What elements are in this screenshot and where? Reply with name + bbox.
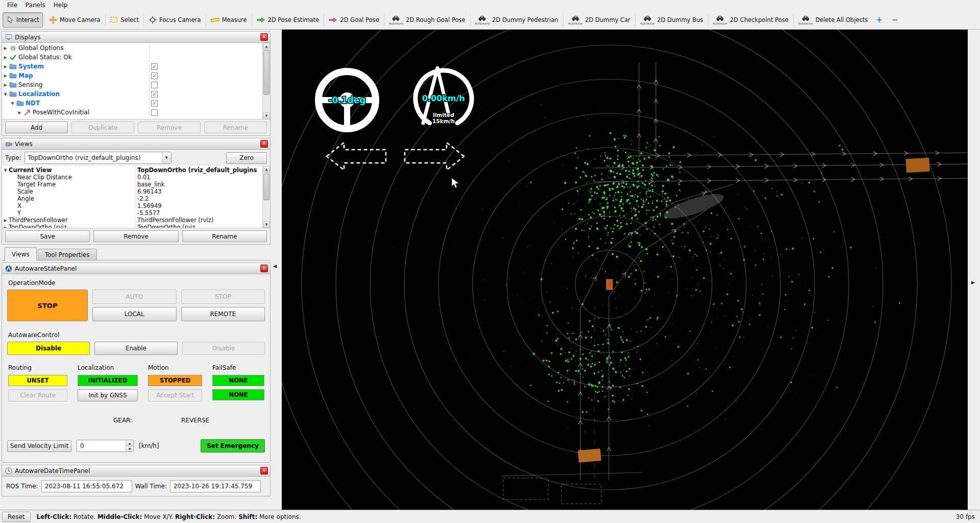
chevron-right-icon[interactable]: ▶ xyxy=(2,55,9,60)
view-type-combobox[interactable]: TopDownOrtho (rviz_default_plugins) ▼ xyxy=(24,152,172,164)
tool-2d-pose-estimate[interactable]: 2D Pose Estimate xyxy=(253,12,323,28)
views-panel-header[interactable]: Views ✕ xyxy=(2,138,270,150)
remove-view-button[interactable]: Remove xyxy=(93,230,178,242)
scrollbar-thumb[interactable] xyxy=(263,50,270,95)
spin-down-icon[interactable]: ▼ xyxy=(126,446,133,452)
tool-move-camera[interactable]: Move Camera xyxy=(45,12,104,28)
velocity-limit-spinbox[interactable]: 0 ▲▼ xyxy=(77,440,134,452)
display-enabled-checkbox[interactable]: ✓ xyxy=(151,63,158,70)
tab-views[interactable]: Views xyxy=(5,247,37,260)
tab-tool-properties[interactable]: Tool Properties xyxy=(38,249,97,260)
chevron-right-icon[interactable]: ▶ xyxy=(16,110,23,115)
right-dock-handle[interactable]: ▶ xyxy=(968,30,980,510)
chevron-right-icon[interactable]: ▶ xyxy=(2,218,9,223)
property-row[interactable]: Y-5.5577 xyxy=(2,209,262,217)
display-tree-row[interactable]: ▶Global Options xyxy=(2,43,262,53)
property-value[interactable]: 0.01 xyxy=(135,174,262,181)
tool-2d-checkpoint-pose[interactable]: Autoware2D Checkpoint Pose xyxy=(709,12,792,28)
ros-time-field[interactable]: 2023-08-11 16:55:05.672 xyxy=(41,480,132,492)
tool-2d-dummy-car[interactable]: Autoware2D Dummy Car xyxy=(565,12,634,28)
display-enabled-checkbox[interactable]: ✓ xyxy=(151,73,158,79)
display-enabled-checkbox[interactable]: ✓ xyxy=(151,100,158,107)
property-row[interactable]: ▶TopDownOrtho (rvizTopDownOrtho (rviz xyxy=(2,224,262,228)
tool-focus-camera[interactable]: Focus Camera xyxy=(145,12,205,28)
close-icon[interactable]: ✕ xyxy=(260,140,268,148)
rename-view-button[interactable]: Rename xyxy=(182,230,267,242)
views-scrollbar[interactable]: ▲ ▼ xyxy=(262,166,270,228)
displays-scrollbar[interactable]: ▲ ▼ xyxy=(262,43,270,119)
property-row[interactable]: X1.56949 xyxy=(2,202,262,209)
close-icon[interactable]: ✕ xyxy=(260,265,268,272)
control-enable-button[interactable]: Enable xyxy=(94,342,177,355)
save-view-button[interactable]: Save xyxy=(5,230,90,242)
display-tree-row[interactable]: ▶PoseWithCovInitial xyxy=(2,108,262,117)
tool-interact[interactable]: Interact xyxy=(3,12,43,28)
render-scene[interactable]: -0.1deg0.00km/hlimited15km/h xyxy=(282,30,968,510)
scroll-down-icon[interactable]: ▼ xyxy=(263,221,270,228)
display-enabled-checkbox[interactable] xyxy=(151,109,158,116)
menu-help[interactable]: Help xyxy=(50,1,71,9)
chevron-down-icon[interactable]: ▼ xyxy=(2,168,9,173)
spin-up-icon[interactable]: ▲ xyxy=(126,440,133,446)
send-velocity-limit-button[interactable]: Send Velocity Limit xyxy=(7,440,71,452)
display-tree-row[interactable]: ▶System✓ xyxy=(2,62,262,71)
add-display-button[interactable]: Add xyxy=(5,122,68,133)
display-enabled-checkbox[interactable] xyxy=(151,82,158,88)
property-row[interactable]: ▼Current ViewTopDownOrtho (rviz_default_… xyxy=(2,167,262,174)
close-icon[interactable]: ✕ xyxy=(260,467,268,474)
chevron-right-icon[interactable]: ▶ xyxy=(2,225,9,228)
chevron-right-icon[interactable]: ▶ xyxy=(2,46,9,51)
wall-time-field[interactable]: 2023-10-26 19:17:45.759 xyxy=(170,480,261,492)
display-tree-row[interactable]: ▼Localization✓ xyxy=(2,89,262,99)
tool-2d-dummy-pedestrian[interactable]: Autoware2D Dummy Pedestrian xyxy=(472,12,562,28)
scrollbar-thumb[interactable] xyxy=(263,174,270,200)
scroll-down-icon[interactable]: ▼ xyxy=(263,112,270,119)
close-icon[interactable]: ✕ xyxy=(260,33,268,41)
tool-2d-goal-pose[interactable]: 2D Goal Pose xyxy=(325,12,382,28)
display-tree-row[interactable]: ▼NDT✓ xyxy=(2,99,262,108)
property-value[interactable]: 6.96143 xyxy=(135,188,262,195)
chevron-down-icon[interactable]: ▼ xyxy=(2,92,9,97)
property-value[interactable]: 1.56949 xyxy=(135,202,262,209)
property-value[interactable]: ThirdPersonFollower (rviz) xyxy=(135,217,262,224)
autoware-state-panel-header[interactable]: AutowareStatePanel ✕ xyxy=(2,263,270,274)
tool-select[interactable]: Select xyxy=(107,12,142,28)
remote-button[interactable]: REMOTE xyxy=(181,307,265,321)
scroll-up-icon[interactable]: ▲ xyxy=(263,43,270,50)
init-by-gnss-button[interactable]: Init by GNSS xyxy=(78,389,138,401)
chevron-right-icon[interactable]: ▶ xyxy=(2,64,9,69)
property-row[interactable]: Target Framebase_link xyxy=(2,181,262,188)
display-tree-row[interactable]: ▶Global Status: Ok xyxy=(2,53,262,62)
property-row[interactable]: Scale6.96143 xyxy=(2,188,262,195)
collapse-left-icon[interactable]: ◀ xyxy=(273,264,277,269)
menu-file[interactable]: File xyxy=(3,1,21,9)
tool-measure[interactable]: Measure xyxy=(207,12,251,28)
chevron-down-icon[interactable]: ▼ xyxy=(9,101,16,106)
property-value[interactable]: TopDownOrtho (rviz xyxy=(135,224,262,228)
tool-delete-all-objects[interactable]: AutowareDelete All Objects xyxy=(795,12,871,28)
property-row[interactable]: Near Clip Distance0.01 xyxy=(2,174,262,181)
display-tree-row[interactable]: ▶Map✓ xyxy=(2,71,262,80)
property-row[interactable]: Angle-2.2 xyxy=(2,195,262,202)
control-disable-button[interactable]: Disable xyxy=(7,342,90,355)
collapse-right-icon[interactable]: ▶ xyxy=(971,280,975,285)
property-value[interactable]: -5.5577 xyxy=(135,209,262,217)
local-button[interactable]: LOCAL xyxy=(92,307,177,321)
scrollbar-track[interactable] xyxy=(263,173,270,221)
chevron-right-icon[interactable]: ▶ xyxy=(2,83,9,87)
menu-panels[interactable]: Panels xyxy=(21,1,50,9)
display-tree-row[interactable]: ▶Sensing xyxy=(2,80,262,89)
set-emergency-button[interactable]: Set Emergency xyxy=(201,439,265,453)
tool-2d-rough-goal-pose[interactable]: Autoware2D Rough Goal Pose xyxy=(385,12,469,28)
autoware-datetime-panel-header[interactable]: AutowareDateTimePanel ✕ xyxy=(2,465,270,477)
tool-2d-dummy-bus[interactable]: Autoware2D Dummy Bus xyxy=(636,12,707,28)
property-value[interactable]: -2.2 xyxy=(135,195,262,202)
displays-panel-header[interactable]: Displays ✕ xyxy=(2,32,270,43)
operation-stop-button[interactable]: STOP xyxy=(7,290,88,321)
chevron-right-icon[interactable]: ▶ xyxy=(2,74,9,78)
property-value[interactable]: base_link xyxy=(135,181,262,188)
add-tool-button[interactable]: + xyxy=(871,14,887,26)
scrollbar-track[interactable] xyxy=(263,50,270,112)
scroll-up-icon[interactable]: ▲ xyxy=(263,166,270,173)
property-row[interactable]: ▶ThirdPersonFollowerThirdPersonFollower … xyxy=(2,217,262,224)
